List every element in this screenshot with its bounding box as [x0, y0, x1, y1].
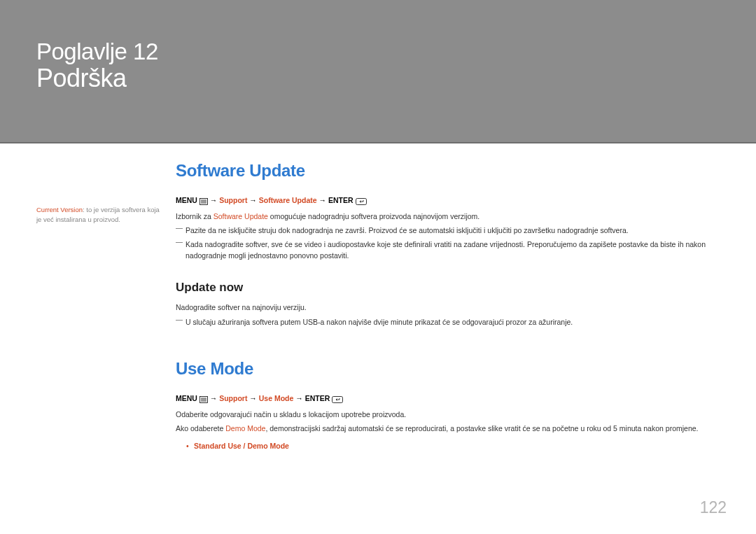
intro-text: Izbornik za Software Update omogućuje na… [176, 211, 722, 222]
main-content: Software Update MENU → Support → Softwar… [176, 161, 722, 450]
path-enter-label: ENTER [328, 196, 354, 204]
arrow: → [249, 196, 257, 204]
section-heading-use-mode: Use Mode [176, 359, 722, 379]
bullet-item: Standard Use / Demo Mode [176, 442, 722, 450]
intro-pre: Izbornik za [176, 212, 214, 220]
section-heading-software-update: Software Update [176, 161, 722, 181]
note-item: Pazite da ne isključite struju dok nadog… [176, 225, 722, 236]
menu-icon [200, 395, 208, 403]
text-hl: Demo Mode [225, 424, 265, 433]
page-number: 122 [700, 498, 727, 517]
path-segment: Support [219, 196, 247, 204]
chapter-title: Podrška [36, 64, 720, 93]
path-enter-label: ENTER [305, 394, 330, 402]
path-segment: Support [219, 394, 247, 402]
menu-icon [200, 197, 208, 205]
chapter-number: 12 [133, 38, 158, 64]
subsection-heading-update-now: Update now [176, 281, 722, 295]
enter-icon [356, 197, 367, 205]
body-text: Odaberite odgovarajući način u skladu s … [176, 409, 722, 420]
note-item: Kada nadogradite softver, sve će se vide… [176, 239, 722, 262]
chapter-label: Poglavlje [36, 38, 127, 64]
enter-icon [332, 395, 343, 403]
sidebar-note-highlight: Current Version [36, 206, 83, 213]
intro-post: omogućuje nadogradnju softvera proizvoda… [268, 212, 479, 220]
note-item: U slučaju ažuriranja softvera putem USB-… [176, 316, 722, 328]
menu-path-software-update: MENU → Support → Software Update → ENTER [176, 196, 722, 205]
sidebar-note: Current Version: to je verzija softvera … [36, 205, 162, 225]
path-segment: Use Mode [259, 394, 294, 402]
arrow: → [249, 394, 257, 402]
chapter-header: Poglavlje 12 Podrška [0, 0, 756, 143]
chapter-label-line: Poglavlje 12 [36, 38, 720, 65]
path-menu-label: MENU [176, 196, 197, 204]
path-segment: Software Update [259, 196, 317, 204]
bullet-text: Standard Use / Demo Mode [194, 442, 289, 450]
text-pre: Ako odaberete [176, 424, 225, 433]
arrow: → [210, 196, 218, 204]
path-menu-label: MENU [176, 394, 197, 402]
menu-path-use-mode: MENU → Support → Use Mode → ENTER [176, 394, 722, 403]
text-post: , demonstracijski sadržaj automatski će … [265, 424, 698, 433]
arrow: → [210, 394, 218, 402]
arrow: → [295, 394, 303, 402]
intro-hl: Software Update [214, 212, 268, 220]
arrow: → [319, 196, 327, 204]
body-text: Nadogradite softver na najnoviju verziju… [176, 302, 722, 313]
body-text: Ako odaberete Demo Mode, demonstracijski… [176, 423, 722, 434]
